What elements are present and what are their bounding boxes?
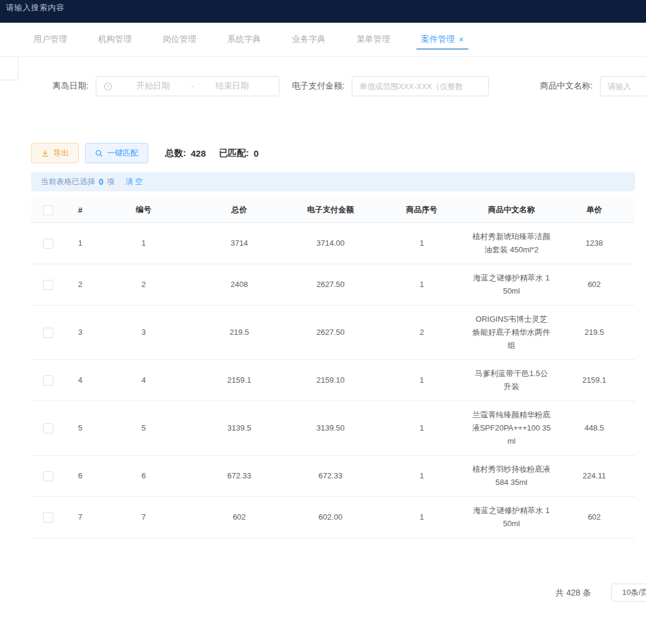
export-button[interactable]: 导出 bbox=[31, 143, 79, 163]
table-row: 2224082627.501海蓝之谜修护精萃水 150ml602 bbox=[31, 264, 635, 306]
row-checkbox-cell bbox=[31, 264, 65, 306]
table-header-row: #编号总价电子支付金额商品序号商品中文名称单价 bbox=[31, 197, 635, 223]
column-header: 编号 bbox=[96, 197, 191, 223]
tab-label: 岗位管理 bbox=[163, 34, 196, 45]
row-index: 7 bbox=[65, 497, 96, 538]
row-total: 3139.5 bbox=[191, 401, 287, 456]
row-total: 3714 bbox=[191, 223, 287, 264]
row-checkbox[interactable] bbox=[43, 239, 53, 249]
end-date-placeholder[interactable]: 结束日期 bbox=[205, 81, 260, 91]
row-seq: 1 bbox=[374, 360, 470, 401]
row-index: 3 bbox=[65, 306, 96, 360]
topbar: 请输入搜索内容 bbox=[0, 0, 646, 23]
app-window: 请输入搜索内容 用户管理机构管理岗位管理系统字典业务字典菜单管理案件管理× 离岛… bbox=[0, 0, 646, 644]
row-epay: 2627.50 bbox=[287, 264, 374, 306]
row-epay: 672.33 bbox=[287, 456, 374, 497]
row-unit-price: 448.5 bbox=[553, 401, 635, 456]
row-seq: 2 bbox=[374, 306, 470, 360]
table-row: 33219.52627.502ORIGINS韦博士灵芝焕能好底子精华水两件组21… bbox=[31, 306, 635, 360]
row-index: 1 bbox=[65, 223, 96, 264]
epay-amount-input[interactable] bbox=[352, 76, 489, 96]
tab-user-management[interactable]: 用户管理 bbox=[33, 23, 67, 56]
table-row: 77602602.001海蓝之谜修护精萃水 150ml602 bbox=[31, 497, 635, 538]
depart-date-range-picker[interactable]: 开始日期 - 结束日期 bbox=[96, 76, 279, 96]
row-unit-price: 219.5 bbox=[553, 306, 635, 360]
row-checkbox[interactable] bbox=[43, 423, 53, 434]
column-header: 电子支付金额 bbox=[287, 197, 374, 223]
row-checkbox-cell bbox=[31, 456, 65, 497]
column-header: 商品序号 bbox=[374, 197, 470, 223]
selection-suffix: 项 bbox=[107, 176, 115, 187]
tab-case-management[interactable]: 案件管理× bbox=[421, 23, 464, 56]
filter-product-name: 商品中文名称: bbox=[540, 76, 646, 96]
match-stats: 总数: 428 已匹配: 0 bbox=[165, 148, 258, 159]
row-index: 6 bbox=[65, 456, 96, 497]
row-checkbox-cell bbox=[31, 306, 65, 360]
product-name-input[interactable] bbox=[600, 76, 646, 96]
row-code: 3 bbox=[96, 306, 191, 360]
product-table: #编号总价电子支付金额商品序号商品中文名称单价 1137143714.001植村… bbox=[31, 197, 635, 542]
row-checkbox[interactable] bbox=[43, 376, 53, 386]
filter-depart-date: 离岛日期: 开始日期 - 结束日期 bbox=[53, 76, 279, 96]
row-code: 1 bbox=[96, 223, 191, 264]
table-body: 1137143714.001植村秀新琥珀臻萃洁颜油套装 450ml*212382… bbox=[31, 223, 635, 542]
row-checkbox[interactable] bbox=[43, 328, 53, 338]
tab-system-dict[interactable]: 系统字典 bbox=[227, 23, 261, 56]
row-product-name: ORIGINS韦博士灵芝焕能好底子精华水两件组 bbox=[470, 306, 553, 360]
global-search-input[interactable]: 请输入搜索内容 bbox=[6, 2, 65, 13]
row-checkbox-cell bbox=[31, 401, 65, 456]
tab-business-dict[interactable]: 业务字典 bbox=[292, 23, 325, 56]
row-seq: 1 bbox=[374, 401, 470, 456]
row-index: 2 bbox=[65, 264, 96, 306]
row-product-name: 植村秀羽纱持妆粉底液 584 35ml bbox=[470, 456, 553, 497]
table-row: 66672.33672.331植村秀羽纱持妆粉底液 584 35ml224.11 bbox=[31, 456, 635, 497]
row-index: 4 bbox=[65, 360, 96, 401]
match-button-label: 一键匹配 bbox=[107, 148, 138, 158]
page-size-select[interactable]: 10条/页 bbox=[611, 584, 646, 602]
selection-count: 0 bbox=[99, 177, 103, 187]
filter-bar: 离岛日期: 开始日期 - 结束日期 电子支付金额: 商品中文名称: bbox=[0, 76, 646, 96]
row-total: 219.5 bbox=[191, 306, 287, 360]
row-code: 6 bbox=[96, 456, 191, 497]
row-code: 4 bbox=[96, 360, 191, 401]
row-code: 2 bbox=[96, 264, 191, 306]
row-epay: 3714.00 bbox=[287, 223, 374, 264]
depart-date-label: 离岛日期: bbox=[53, 81, 89, 91]
tab-label: 机构管理 bbox=[98, 34, 132, 45]
row-index: 8 bbox=[65, 538, 96, 542]
tab-close-icon[interactable]: × bbox=[459, 35, 464, 44]
column-header: 单价 bbox=[553, 197, 635, 223]
tab-label: 菜单管理 bbox=[356, 34, 390, 45]
tab-post-management[interactable]: 岗位管理 bbox=[163, 23, 196, 56]
pagination-bar: 共 428 条 10条/页 bbox=[0, 583, 646, 602]
start-date-placeholder[interactable]: 开始日期 bbox=[126, 81, 181, 91]
tab-org-management[interactable]: 机构管理 bbox=[98, 23, 132, 56]
download-icon bbox=[41, 149, 49, 157]
selection-info-bar: 当前表格已选择 0 项 清空 bbox=[31, 172, 635, 191]
row-code: 7 bbox=[96, 497, 191, 538]
product-name-label: 商品中文名称: bbox=[540, 81, 593, 91]
row-checkbox[interactable] bbox=[43, 471, 53, 481]
select-all-checkbox[interactable] bbox=[43, 205, 53, 215]
total-value: 428 bbox=[191, 148, 206, 158]
row-epay: 602.00 bbox=[287, 497, 374, 538]
row-unit-price: 602 bbox=[553, 264, 635, 306]
row-checkbox[interactable] bbox=[43, 280, 53, 290]
export-button-label: 导出 bbox=[53, 148, 69, 158]
tab-label: 系统字典 bbox=[227, 34, 261, 45]
selection-prefix: 当前表格已选择 bbox=[41, 176, 95, 187]
row-unit-price: 602 bbox=[553, 497, 635, 538]
tab-menu-management[interactable]: 菜单管理 bbox=[356, 23, 390, 56]
table-toolbar: 导出 一键匹配 总数: 428 已匹配: 0 bbox=[31, 143, 258, 163]
row-checkbox[interactable] bbox=[43, 512, 53, 523]
row-checkbox-cell bbox=[31, 497, 65, 538]
clear-selection-link[interactable]: 清空 bbox=[126, 176, 145, 187]
row-unit-price: 224.11 bbox=[553, 456, 635, 497]
tab-label: 业务字典 bbox=[292, 34, 325, 45]
row-checkbox-cell bbox=[31, 360, 65, 401]
row-seq: 1 bbox=[374, 497, 470, 538]
row-index: 5 bbox=[65, 401, 96, 456]
row-product-name: 卡诗菁纯亮泽经典香氛 bbox=[470, 538, 553, 542]
one-click-match-button[interactable]: 一键匹配 bbox=[85, 143, 148, 163]
row-total: 672.33 bbox=[191, 456, 287, 497]
